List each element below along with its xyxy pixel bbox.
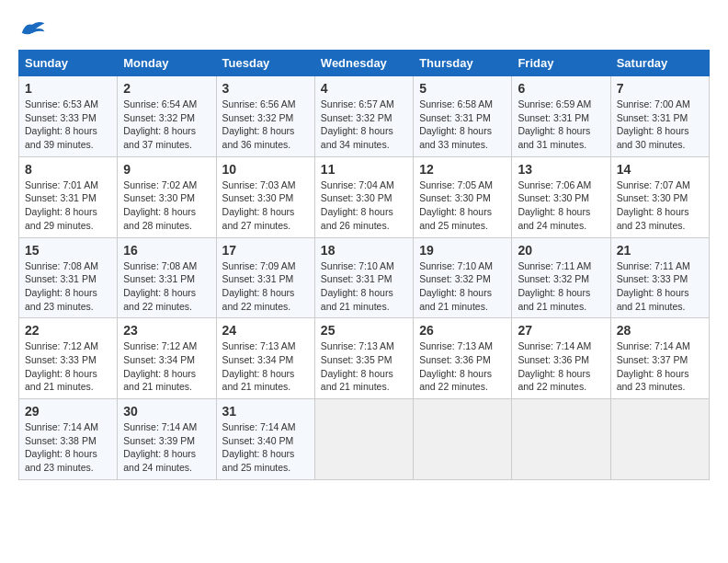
page-header [18, 18, 710, 40]
day-info: Sunrise: 7:13 AMSunset: 3:35 PMDaylight:… [321, 339, 407, 394]
weekday-row: SundayMondayTuesdayWednesdayThursdayFrid… [19, 51, 710, 76]
day-number: 2 [123, 81, 210, 96]
day-number: 15 [25, 243, 111, 258]
calendar-day-cell: 1Sunrise: 6:53 AMSunset: 3:33 PMDaylight… [19, 76, 118, 157]
day-number: 6 [518, 81, 604, 96]
day-number: 7 [617, 81, 703, 96]
day-info: Sunrise: 7:11 AMSunset: 3:32 PMDaylight:… [518, 259, 604, 314]
day-info: Sunrise: 7:13 AMSunset: 3:34 PMDaylight:… [222, 339, 309, 394]
day-number: 16 [123, 243, 210, 258]
weekday-header-monday: Monday [118, 51, 216, 76]
calendar-day-cell: 14Sunrise: 7:07 AMSunset: 3:30 PMDayligh… [610, 156, 709, 237]
day-number: 26 [419, 323, 506, 338]
calendar-day-cell: 15Sunrise: 7:08 AMSunset: 3:31 PMDayligh… [19, 237, 118, 318]
day-info: Sunrise: 7:08 AMSunset: 3:31 PMDaylight:… [25, 259, 111, 314]
day-info: Sunrise: 7:14 AMSunset: 3:39 PMDaylight:… [123, 420, 210, 475]
calendar-day-cell: 17Sunrise: 7:09 AMSunset: 3:31 PMDayligh… [216, 237, 314, 318]
logo-bird-icon [18, 18, 46, 40]
calendar-day-cell: 18Sunrise: 7:10 AMSunset: 3:31 PMDayligh… [314, 237, 413, 318]
day-number: 12 [419, 162, 506, 177]
calendar-day-cell: 13Sunrise: 7:06 AMSunset: 3:30 PMDayligh… [512, 156, 610, 237]
day-number: 29 [25, 404, 111, 419]
calendar-day-cell: 30Sunrise: 7:14 AMSunset: 3:39 PMDayligh… [118, 399, 216, 480]
weekday-header-sunday: Sunday [19, 51, 118, 76]
day-number: 24 [222, 323, 309, 338]
calendar-day-cell: 3Sunrise: 6:56 AMSunset: 3:32 PMDaylight… [216, 76, 314, 157]
day-number: 14 [617, 162, 703, 177]
day-info: Sunrise: 7:09 AMSunset: 3:31 PMDaylight:… [222, 259, 309, 314]
day-info: Sunrise: 7:06 AMSunset: 3:30 PMDaylight:… [518, 178, 604, 233]
day-info: Sunrise: 7:14 AMSunset: 3:37 PMDaylight:… [617, 339, 703, 394]
day-info: Sunrise: 7:12 AMSunset: 3:34 PMDaylight:… [123, 339, 210, 394]
day-info: Sunrise: 7:14 AMSunset: 3:36 PMDaylight:… [518, 339, 604, 394]
day-number: 11 [321, 162, 407, 177]
calendar-day-cell: 29Sunrise: 7:14 AMSunset: 3:38 PMDayligh… [19, 399, 118, 480]
calendar-header: SundayMondayTuesdayWednesdayThursdayFrid… [19, 51, 710, 76]
calendar-day-cell [512, 399, 610, 480]
logo [18, 18, 50, 40]
calendar-day-cell: 22Sunrise: 7:12 AMSunset: 3:33 PMDayligh… [19, 318, 118, 399]
day-number: 10 [222, 162, 309, 177]
day-number: 4 [321, 81, 407, 96]
calendar-day-cell: 23Sunrise: 7:12 AMSunset: 3:34 PMDayligh… [118, 318, 216, 399]
day-number: 19 [419, 243, 506, 258]
day-info: Sunrise: 7:05 AMSunset: 3:30 PMDaylight:… [419, 178, 506, 233]
calendar-day-cell: 28Sunrise: 7:14 AMSunset: 3:37 PMDayligh… [610, 318, 709, 399]
day-info: Sunrise: 6:57 AMSunset: 3:32 PMDaylight:… [321, 98, 407, 152]
calendar-day-cell: 12Sunrise: 7:05 AMSunset: 3:30 PMDayligh… [414, 156, 512, 237]
day-info: Sunrise: 7:11 AMSunset: 3:33 PMDaylight:… [617, 259, 703, 314]
calendar-day-cell: 20Sunrise: 7:11 AMSunset: 3:32 PMDayligh… [512, 237, 610, 318]
day-number: 18 [321, 243, 407, 258]
calendar-week-row: 8Sunrise: 7:01 AMSunset: 3:31 PMDaylight… [19, 156, 710, 237]
day-info: Sunrise: 7:01 AMSunset: 3:31 PMDaylight:… [25, 178, 111, 233]
day-info: Sunrise: 7:07 AMSunset: 3:30 PMDaylight:… [617, 178, 703, 233]
day-info: Sunrise: 7:14 AMSunset: 3:40 PMDaylight:… [222, 420, 309, 475]
calendar-week-row: 15Sunrise: 7:08 AMSunset: 3:31 PMDayligh… [19, 237, 710, 318]
calendar-day-cell: 4Sunrise: 6:57 AMSunset: 3:32 PMDaylight… [314, 76, 413, 157]
day-info: Sunrise: 6:56 AMSunset: 3:32 PMDaylight:… [222, 98, 309, 152]
day-number: 9 [123, 162, 210, 177]
weekday-header-friday: Friday [512, 51, 610, 76]
calendar-day-cell: 21Sunrise: 7:11 AMSunset: 3:33 PMDayligh… [610, 237, 709, 318]
day-number: 8 [25, 162, 111, 177]
day-info: Sunrise: 7:04 AMSunset: 3:30 PMDaylight:… [321, 178, 407, 233]
calendar-day-cell: 26Sunrise: 7:13 AMSunset: 3:36 PMDayligh… [414, 318, 512, 399]
day-number: 21 [617, 243, 703, 258]
calendar-day-cell [610, 399, 709, 480]
calendar-day-cell: 2Sunrise: 6:54 AMSunset: 3:32 PMDaylight… [118, 76, 216, 157]
day-info: Sunrise: 6:54 AMSunset: 3:32 PMDaylight:… [123, 98, 210, 152]
calendar-day-cell: 25Sunrise: 7:13 AMSunset: 3:35 PMDayligh… [314, 318, 413, 399]
day-info: Sunrise: 6:58 AMSunset: 3:31 PMDaylight:… [419, 98, 506, 152]
day-number: 1 [25, 81, 111, 96]
day-number: 13 [518, 162, 604, 177]
day-number: 23 [123, 323, 210, 338]
weekday-header-thursday: Thursday [414, 51, 512, 76]
calendar-day-cell: 19Sunrise: 7:10 AMSunset: 3:32 PMDayligh… [414, 237, 512, 318]
calendar-day-cell: 16Sunrise: 7:08 AMSunset: 3:31 PMDayligh… [118, 237, 216, 318]
calendar-day-cell: 10Sunrise: 7:03 AMSunset: 3:30 PMDayligh… [216, 156, 314, 237]
calendar-day-cell [314, 399, 413, 480]
day-info: Sunrise: 6:59 AMSunset: 3:31 PMDaylight:… [518, 98, 604, 152]
day-number: 28 [617, 323, 703, 338]
day-info: Sunrise: 7:13 AMSunset: 3:36 PMDaylight:… [419, 339, 506, 394]
day-number: 5 [419, 81, 506, 96]
day-number: 17 [222, 243, 309, 258]
day-info: Sunrise: 7:14 AMSunset: 3:38 PMDaylight:… [25, 420, 111, 475]
calendar-day-cell [414, 399, 512, 480]
calendar-day-cell: 7Sunrise: 7:00 AMSunset: 3:31 PMDaylight… [610, 76, 709, 157]
calendar-day-cell: 6Sunrise: 6:59 AMSunset: 3:31 PMDaylight… [512, 76, 610, 157]
day-number: 30 [123, 404, 210, 419]
calendar-day-cell: 27Sunrise: 7:14 AMSunset: 3:36 PMDayligh… [512, 318, 610, 399]
day-info: Sunrise: 7:10 AMSunset: 3:31 PMDaylight:… [321, 259, 407, 314]
day-info: Sunrise: 7:08 AMSunset: 3:31 PMDaylight:… [123, 259, 210, 314]
day-info: Sunrise: 6:53 AMSunset: 3:33 PMDaylight:… [25, 98, 111, 152]
day-info: Sunrise: 7:00 AMSunset: 3:31 PMDaylight:… [617, 98, 703, 152]
calendar-day-cell: 8Sunrise: 7:01 AMSunset: 3:31 PMDaylight… [19, 156, 118, 237]
calendar-day-cell: 11Sunrise: 7:04 AMSunset: 3:30 PMDayligh… [314, 156, 413, 237]
weekday-header-saturday: Saturday [610, 51, 709, 76]
calendar-day-cell: 31Sunrise: 7:14 AMSunset: 3:40 PMDayligh… [216, 399, 314, 480]
day-number: 31 [222, 404, 309, 419]
weekday-header-wednesday: Wednesday [314, 51, 413, 76]
calendar-day-cell: 24Sunrise: 7:13 AMSunset: 3:34 PMDayligh… [216, 318, 314, 399]
calendar-day-cell: 9Sunrise: 7:02 AMSunset: 3:30 PMDaylight… [118, 156, 216, 237]
